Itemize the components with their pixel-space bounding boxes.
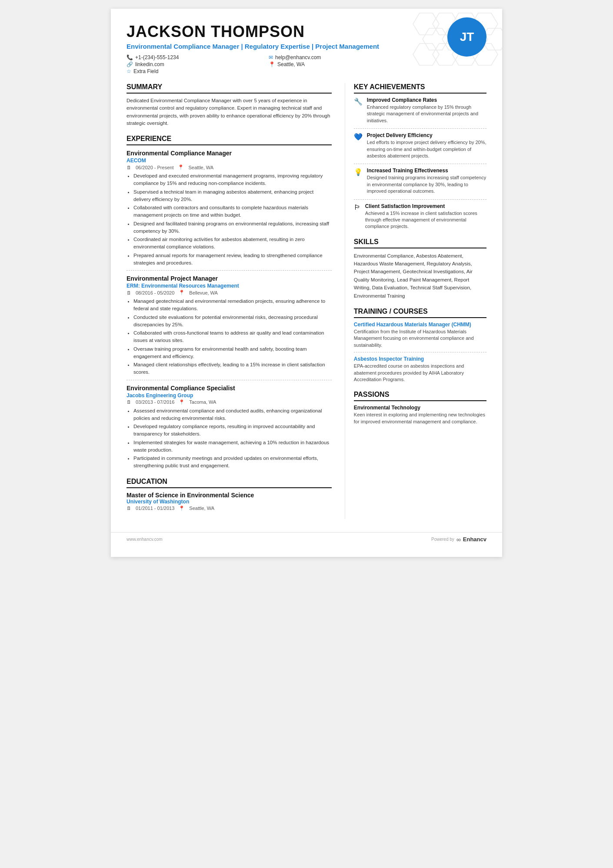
job-1-company: AECOM bbox=[127, 158, 332, 164]
summary-text: Dedicated Environmental Compliance Manag… bbox=[127, 97, 332, 127]
training-item-2: Asbestos Inspector Training EPA-accredit… bbox=[354, 356, 486, 383]
footer-url: www.enhancv.com bbox=[127, 537, 163, 542]
achievement-3-title: Increased Training Effectiveness bbox=[367, 168, 486, 174]
achievements-section: KEY ACHIEVEMENTS 🔧 Improved Compliance R… bbox=[354, 83, 486, 230]
job-2: Environmental Project Manager ERM: Envir… bbox=[127, 275, 332, 376]
pin-edu-icon: 📍 bbox=[179, 506, 185, 511]
job-1-bullet-3: Collaborated with contractors and consul… bbox=[133, 204, 332, 219]
job-2-dates: 08/2016 - 05/2020 bbox=[136, 290, 174, 295]
email-icon: ✉ bbox=[269, 54, 273, 60]
flag-icon: 🏳 bbox=[354, 204, 361, 230]
lightbulb-icon: 💡 bbox=[354, 168, 363, 194]
header: JACKSON THOMPSON Environmental Complianc… bbox=[111, 9, 502, 83]
right-column: KEY ACHIEVEMENTS 🔧 Improved Compliance R… bbox=[345, 83, 486, 519]
job-2-bullets: Managed geotechnical and environmental r… bbox=[127, 298, 332, 376]
calendar-icon-3: 🗓 bbox=[127, 399, 131, 405]
job-2-bullet-4: Oversaw training programs for environmen… bbox=[133, 345, 332, 361]
job-3-bullets: Assessed environmental compliance and co… bbox=[127, 407, 332, 470]
email-text: help@enhancv.com bbox=[275, 54, 321, 60]
job-1-bullet-1: Developed and executed environmental man… bbox=[133, 172, 332, 188]
main-content: SUMMARY Dedicated Environmental Complian… bbox=[111, 83, 502, 532]
contact-info: 📞 +1-(234)-555-1234 ✉ help@enhancv.com 🔗… bbox=[127, 54, 398, 74]
achievement-1: 🔧 Improved Compliance Rates Enhanced reg… bbox=[354, 97, 486, 124]
wrench-icon: 🔧 bbox=[354, 97, 363, 124]
ach-div-2 bbox=[354, 164, 486, 164]
training-divider bbox=[354, 317, 486, 318]
job-3: Environmental Compliance Specialist Jaco… bbox=[127, 385, 332, 470]
passion-1-desc: Keen interest in exploring and implement… bbox=[354, 412, 486, 425]
candidate-title: Environmental Compliance Manager | Regul… bbox=[127, 43, 398, 50]
passion-1-name: Environmental Technology bbox=[354, 405, 486, 411]
star-icon: ☆ bbox=[127, 68, 131, 74]
achievement-4-desc: Achieved a 15% increase in client satisf… bbox=[365, 210, 486, 230]
education-item-1: Master of Science in Environmental Scien… bbox=[127, 492, 332, 511]
edu-location: Seattle, WA bbox=[189, 506, 214, 511]
ach-div-1 bbox=[354, 128, 486, 129]
edu-degree: Master of Science in Environmental Scien… bbox=[127, 492, 332, 499]
job-3-bullet-2: Developed regulatory compliance reports,… bbox=[133, 423, 332, 438]
pin-icon-1: 📍 bbox=[178, 164, 184, 170]
calendar-icon-1: 🗓 bbox=[127, 165, 131, 170]
skills-title: SKILLS bbox=[354, 238, 486, 246]
education-section: EDUCATION Master of Science in Environme… bbox=[127, 478, 332, 511]
skills-divider bbox=[354, 248, 486, 248]
footer: www.enhancv.com Powered by ∞ Enhancv bbox=[111, 532, 502, 546]
job-2-bullet-3: Collaborated with cross-functional teams… bbox=[133, 329, 332, 345]
job-1-bullet-6: Prepared annual reports for management r… bbox=[133, 252, 332, 267]
job-3-title: Environmental Compliance Specialist bbox=[127, 385, 332, 392]
job-2-bullet-2: Conducted site evaluations for potential… bbox=[133, 314, 332, 329]
job-2-bullet-1: Managed geotechnical and environmental r… bbox=[133, 298, 332, 313]
edu-meta: 🗓 01/2011 - 01/2013 📍 Seattle, WA bbox=[127, 506, 332, 511]
avatar: JT bbox=[447, 17, 486, 57]
training-div-1 bbox=[354, 352, 486, 352]
avatar-initials: JT bbox=[460, 30, 474, 44]
summary-divider bbox=[127, 93, 332, 94]
job-2-company: ERM: Environmental Resources Management bbox=[127, 283, 332, 289]
job-3-bullet-4: Participated in community meetings and p… bbox=[133, 455, 332, 470]
passion-item-1: Environmental Technology Keen interest i… bbox=[354, 405, 486, 425]
summary-title: SUMMARY bbox=[127, 83, 332, 91]
location-contact: 📍 Seattle, WA bbox=[269, 61, 398, 67]
job-1-location: Seattle, WA bbox=[188, 165, 213, 170]
achievement-1-title: Improved Compliance Rates bbox=[367, 97, 486, 103]
ach-div-3 bbox=[354, 199, 486, 200]
job-1-bullet-2: Supervised a technical team in managing … bbox=[133, 188, 332, 204]
phone-text: +1-(234)-555-1234 bbox=[135, 54, 179, 60]
passions-divider bbox=[354, 400, 486, 401]
achievement-2-desc: Led efforts to improve project delivery … bbox=[367, 139, 486, 159]
passions-title: PASSIONS bbox=[354, 391, 486, 399]
experience-divider bbox=[127, 144, 332, 145]
achievement-1-desc: Enhanced regulatory compliance by 15% th… bbox=[367, 104, 486, 124]
extra-text: Extra Field bbox=[133, 68, 158, 74]
job-2-title: Environmental Project Manager bbox=[127, 275, 332, 282]
job-2-meta: 🗓 08/2016 - 05/2020 📍 Bellevue, WA bbox=[127, 290, 332, 295]
job-1-bullets: Developed and executed environmental man… bbox=[127, 172, 332, 267]
job-3-bullet-3: Implemented strategies for waste managem… bbox=[133, 439, 332, 454]
achievement-2-title: Project Delivery Efficiency bbox=[367, 132, 486, 138]
pin-icon-2: 📍 bbox=[179, 290, 185, 295]
job-1-meta: 🗓 06/2020 - Present 📍 Seattle, WA bbox=[127, 164, 332, 170]
passions-section: PASSIONS Environmental Technology Keen i… bbox=[354, 391, 486, 425]
job-divider-1 bbox=[127, 270, 332, 271]
calendar-icon-2: 🗓 bbox=[127, 290, 131, 295]
candidate-name: JACKSON THOMPSON bbox=[127, 23, 398, 41]
skills-section: SKILLS Environmental Compliance, Asbesto… bbox=[354, 238, 486, 300]
edu-school: University of Washington bbox=[127, 499, 332, 505]
job-1-bullet-4: Designed and facilitated training progra… bbox=[133, 220, 332, 235]
edu-dates: 01/2011 - 01/2013 bbox=[136, 506, 174, 511]
footer-brand: Powered by ∞ Enhancv bbox=[431, 536, 486, 543]
job-3-bullet-1: Assessed environmental compliance and co… bbox=[133, 407, 332, 422]
location-text: Seattle, WA bbox=[277, 61, 305, 67]
extra-contact: ☆ Extra Field bbox=[127, 68, 256, 74]
skills-text: Environmental Compliance, Asbestos Abate… bbox=[354, 252, 486, 300]
infinity-icon: ∞ bbox=[456, 536, 461, 543]
education-divider bbox=[127, 487, 332, 488]
training-2-name: Asbestos Inspector Training bbox=[354, 356, 486, 362]
experience-section: EXPERIENCE Environmental Compliance Mana… bbox=[127, 135, 332, 470]
pin-icon-3: 📍 bbox=[179, 399, 185, 405]
training-2-desc: EPA-accredited course on asbestos inspec… bbox=[354, 363, 486, 383]
summary-section: SUMMARY Dedicated Environmental Complian… bbox=[127, 83, 332, 127]
training-item-1: Certified Hazardous Materials Manager (C… bbox=[354, 322, 486, 349]
brand-name: Enhancv bbox=[463, 536, 486, 543]
training-1-name: Certified Hazardous Materials Manager (C… bbox=[354, 322, 486, 328]
